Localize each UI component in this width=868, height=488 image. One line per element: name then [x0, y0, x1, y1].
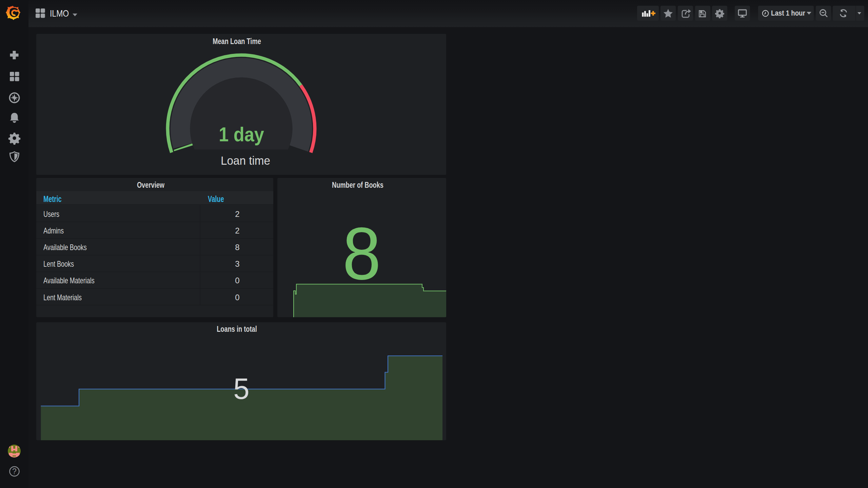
- svg-text:?: ?: [12, 467, 17, 476]
